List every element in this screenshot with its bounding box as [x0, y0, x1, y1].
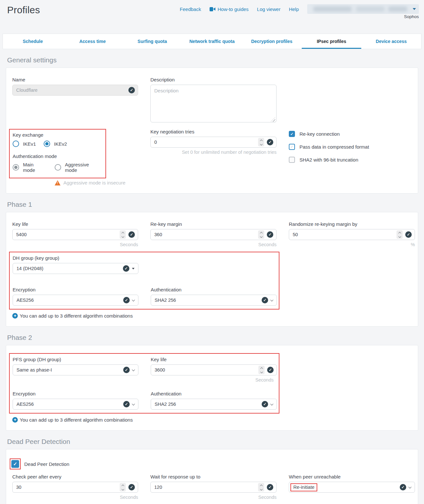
dpd-enable-checkbox[interactable] [11, 460, 19, 468]
tab-surfing-quota[interactable]: Surfing quota [122, 34, 182, 49]
number-stepper[interactable] [258, 138, 264, 146]
tab-access-time[interactable]: Access time [63, 34, 123, 49]
valid-check-icon [267, 484, 273, 490]
key-negotiation-input[interactable] [154, 140, 258, 145]
dpd-heading: Dead Peer Detection [7, 438, 418, 446]
description-textarea[interactable] [150, 85, 277, 122]
p2-key-life-hint: Seconds [151, 377, 274, 383]
p1-dh-group-select[interactable] [13, 263, 138, 274]
general-settings-heading: General settings [7, 56, 418, 64]
valid-check-icon [123, 401, 130, 407]
account-dropdown[interactable] [307, 4, 419, 14]
radio-aggressive-mode[interactable] [55, 164, 61, 171]
tab-device-access[interactable]: Device access [361, 34, 421, 49]
dpd-check-peer-hint: Seconds [12, 495, 138, 500]
p1-rekey-margin-group: Re-key margin Seconds [150, 221, 277, 247]
p2-encryption-value [16, 402, 123, 407]
p2-key-life-label: Key life [151, 357, 277, 362]
feedback-link[interactable]: Feedback [180, 6, 201, 12]
warning-triangle-icon [55, 180, 60, 185]
chevron-down-icon [132, 298, 135, 301]
number-stepper[interactable] [258, 366, 265, 374]
p1-authentication-select[interactable] [151, 295, 277, 306]
help-link[interactable]: Help [289, 6, 299, 12]
compressed-format-option: Pass data in compressed format [289, 144, 415, 150]
key-exchange-annotation-box: Key exchange IKEv1 IKEv2 Authentication … [9, 129, 106, 178]
valid-check-icon [128, 87, 135, 93]
dpd-check-peer-input[interactable] [16, 485, 120, 490]
name-input[interactable] [16, 88, 128, 93]
p2-encryption-select[interactable] [13, 399, 138, 410]
compressed-format-checkbox[interactable] [289, 144, 295, 150]
phase1-card: Key life Seconds Re-key margin [6, 212, 418, 327]
log-viewer-link[interactable]: Log viewer [257, 6, 281, 12]
key-negotiation-field-group: Key negotiation tries Set 0 for unlimite… [150, 129, 277, 185]
tab-schedule[interactable]: Schedule [3, 34, 63, 49]
p1-authentication-label: Authentication [151, 287, 277, 292]
add-icon[interactable] [12, 417, 18, 423]
radio-ikev1[interactable] [13, 141, 19, 147]
p1-rekey-margin-hint: Seconds [150, 242, 277, 247]
p2-key-life-input[interactable] [155, 367, 258, 373]
p2-pfs-group-value [16, 367, 123, 373]
blurred-text [313, 6, 352, 12]
add-icon[interactable] [12, 313, 18, 319]
chevron-down-icon [270, 298, 274, 301]
brand-label: Sophos [404, 14, 419, 19]
tab-ipsec-profiles[interactable]: IPsec profiles [302, 34, 362, 49]
dpd-wait-response-input[interactable] [154, 485, 258, 490]
dpd-when-unreachable-label: When peer unreachable [289, 474, 415, 479]
valid-check-icon [267, 231, 273, 238]
p1-encryption-label: Encryption [13, 287, 138, 292]
sha2-truncation-option: SHA2 with 96-bit truncation [289, 157, 415, 163]
sha2-truncation-label: SHA2 with 96-bit truncation [299, 157, 358, 163]
p2-key-life-group: Key life Seconds [151, 357, 277, 383]
chevron-down-icon [408, 485, 412, 488]
p1-randomize-hint: % [289, 242, 415, 247]
valid-check-icon [405, 231, 412, 238]
valid-check-icon [123, 265, 129, 272]
p2-encryption-label: Encryption [13, 391, 138, 396]
p2-authentication-select[interactable] [151, 399, 277, 410]
aggressive-mode-warning: Aggressive mode is insecure [55, 180, 138, 185]
radio-main-mode[interactable] [13, 164, 19, 171]
number-stepper[interactable] [397, 230, 403, 239]
blurred-text [388, 6, 408, 12]
p2-authentication-field: Authentication [151, 391, 277, 410]
key-negotiation-hint: Set 0 for unlimited number of negotiatio… [150, 150, 277, 155]
number-stepper[interactable] [120, 483, 126, 491]
p2-authentication-value [155, 402, 262, 407]
p1-randomize-input[interactable] [293, 232, 397, 237]
p1-encryption-select[interactable] [13, 295, 138, 306]
tab-network-traffic-quota[interactable]: Network traffic quota [182, 34, 242, 49]
key-negotiation-input-box [150, 137, 277, 148]
dpd-check-peer-box [12, 482, 138, 493]
valid-check-icon [267, 139, 273, 145]
number-stepper[interactable] [258, 230, 264, 239]
phase1-heading: Phase 1 [7, 201, 418, 208]
p1-algorithms-annotation-box: DH group (key group) Encryption [9, 252, 279, 310]
sha2-truncation-checkbox[interactable] [289, 157, 295, 163]
key-negotiation-label: Key negotiation tries [150, 129, 277, 134]
video-camera-icon [210, 7, 215, 11]
key-exchange-label: Key exchange [13, 132, 102, 138]
radio-ikev2[interactable] [44, 141, 50, 147]
p2-pfs-group-field: PFS group (DH group) [13, 357, 138, 383]
p1-rekey-margin-input[interactable] [154, 232, 258, 237]
p1-add-note: You can add up to 3 different algorithm … [20, 313, 133, 319]
dpd-when-unreachable-select[interactable]: Re-initiate [289, 482, 415, 493]
p1-rekey-margin-label: Re-key margin [150, 221, 277, 227]
howto-guides-link[interactable]: How-to guides [210, 6, 249, 12]
phase2-card: PFS group (DH group) Key life [6, 345, 418, 431]
rekey-connection-checkbox[interactable] [289, 131, 295, 137]
tab-bar: Schedule Access time Surfing quota Netwo… [3, 34, 421, 49]
number-stepper[interactable] [120, 230, 126, 239]
dpd-wait-response-hint: Seconds [150, 495, 277, 500]
number-stepper[interactable] [258, 483, 264, 491]
page-header: Profiles Feedback How-to guides Log view… [0, 0, 424, 34]
name-input-box [12, 85, 138, 96]
blurred-text [356, 6, 385, 12]
p2-pfs-group-select[interactable] [13, 364, 138, 375]
p1-key-life-input[interactable] [16, 232, 120, 237]
tab-decryption-profiles[interactable]: Decryption profiles [242, 34, 302, 49]
